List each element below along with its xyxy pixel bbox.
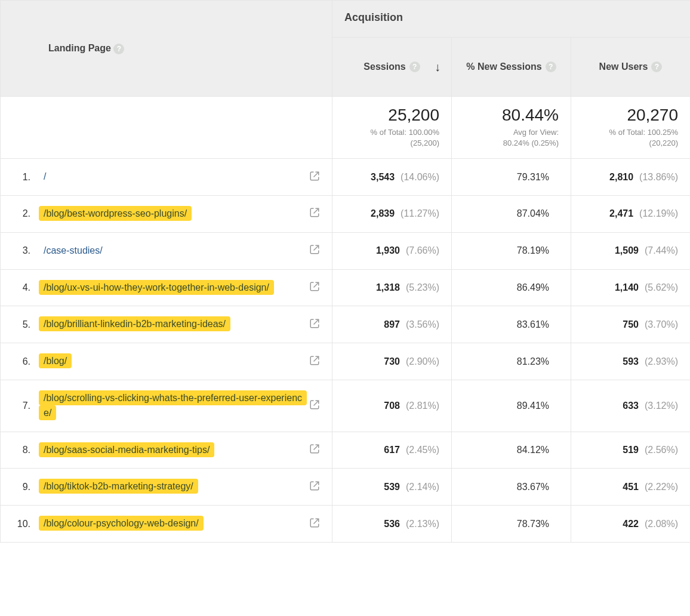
landing-page-link[interactable]: /blog/scrolling-vs-clicking-whats-the-pr… bbox=[39, 390, 307, 420]
summary-subtext: Avg for View: bbox=[464, 127, 559, 138]
table-row: 2./blog/best-wordpress-seo-plugins/2,839… bbox=[1, 195, 691, 232]
sort-descending-icon[interactable]: ↓ bbox=[435, 60, 441, 74]
metric-value: 730 bbox=[384, 356, 400, 366]
external-link-icon[interactable] bbox=[303, 443, 320, 457]
metric-value: 84.12% bbox=[517, 445, 549, 455]
external-link-icon[interactable] bbox=[303, 171, 320, 184]
external-link-icon[interactable] bbox=[303, 481, 320, 494]
landing-page-link[interactable]: /blog/saas-social-media-marketing-tips/ bbox=[39, 442, 214, 457]
help-icon[interactable]: ? bbox=[651, 61, 662, 72]
landing-page-link[interactable]: /blog/brilliant-linkedin-b2b-marketing-i… bbox=[39, 316, 230, 331]
landing-page-link[interactable]: /blog/ bbox=[39, 353, 72, 368]
cell-new-users: 1,509(7.44%) bbox=[571, 232, 691, 269]
cell-new-users: 1,140(5.62%) bbox=[571, 269, 691, 306]
metric-pct: (2.22%) bbox=[645, 482, 678, 492]
col-header-label: % New Sessions bbox=[466, 61, 541, 72]
row-number: 4. bbox=[13, 282, 39, 293]
cell-landing-page: 7./blog/scrolling-vs-clicking-whats-the-… bbox=[1, 380, 332, 432]
table-row: 5./blog/brilliant-linkedin-b2b-marketing… bbox=[1, 306, 691, 343]
landing-page-link[interactable]: / bbox=[39, 169, 51, 184]
external-link-icon[interactable] bbox=[303, 244, 320, 257]
table-row: 9./blog/tiktok-b2b-marketing-strategy/53… bbox=[1, 469, 691, 506]
row-number: 3. bbox=[13, 245, 39, 256]
col-header-new-sessions-pct[interactable]: % New Sessions ? bbox=[452, 38, 571, 97]
cell-new-sessions-pct: 83.67% bbox=[452, 469, 571, 506]
col-header-label: Sessions bbox=[364, 61, 405, 72]
metric-value: 83.61% bbox=[517, 319, 549, 329]
help-icon[interactable]: ? bbox=[546, 61, 556, 72]
cell-landing-page: 9./blog/tiktok-b2b-marketing-strategy/ bbox=[1, 469, 332, 506]
cell-sessions: 2,839(11.27%) bbox=[332, 195, 452, 232]
metric-value: 2,839 bbox=[371, 208, 395, 218]
cell-new-users: 451(2.22%) bbox=[571, 469, 691, 506]
metric-value: 750 bbox=[623, 319, 639, 329]
cell-new-users: 2,810(13.86%) bbox=[571, 159, 691, 196]
row-number: 2. bbox=[13, 208, 39, 219]
table-row: 8./blog/saas-social-media-marketing-tips… bbox=[1, 432, 691, 469]
metric-pct: (2.14%) bbox=[406, 482, 439, 492]
cell-landing-page: 1./ bbox=[1, 159, 332, 196]
metric-pct: (3.12%) bbox=[645, 401, 678, 411]
metric-pct: (13.86%) bbox=[639, 172, 678, 182]
metric-value: 897 bbox=[384, 319, 400, 329]
metric-value: 2,810 bbox=[609, 172, 633, 182]
metric-value: 89.41% bbox=[517, 401, 549, 411]
metric-value: 87.04% bbox=[517, 208, 549, 218]
cell-new-users: 422(2.08%) bbox=[571, 506, 691, 543]
external-link-icon[interactable] bbox=[303, 207, 320, 220]
metric-value: 83.67% bbox=[517, 482, 549, 492]
metric-value: 81.23% bbox=[517, 356, 549, 366]
summary-subtext: (20,220) bbox=[583, 138, 678, 149]
external-link-icon[interactable] bbox=[303, 518, 320, 531]
cell-sessions: 730(2.90%) bbox=[332, 343, 452, 380]
cell-landing-page: 6./blog/ bbox=[1, 343, 332, 380]
metric-pct: (5.62%) bbox=[645, 282, 678, 292]
table-row: 7./blog/scrolling-vs-clicking-whats-the-… bbox=[1, 380, 691, 432]
cell-landing-page: 8./blog/saas-social-media-marketing-tips… bbox=[1, 432, 332, 469]
metric-value: 708 bbox=[384, 401, 400, 411]
cell-new-users: 519(2.56%) bbox=[571, 432, 691, 469]
metric-pct: (3.56%) bbox=[406, 319, 439, 329]
metric-pct: (7.66%) bbox=[406, 245, 439, 255]
landing-page-link[interactable]: /case-studies/ bbox=[39, 243, 107, 258]
help-icon[interactable]: ? bbox=[409, 61, 420, 72]
metric-value: 1,509 bbox=[615, 245, 639, 255]
external-link-icon[interactable] bbox=[303, 281, 320, 294]
metric-value: 519 bbox=[623, 445, 639, 455]
metric-pct: (3.70%) bbox=[645, 319, 678, 329]
landing-page-link[interactable]: /blog/tiktok-b2b-marketing-strategy/ bbox=[39, 479, 198, 494]
external-link-icon[interactable] bbox=[303, 355, 320, 368]
metric-pct: (2.90%) bbox=[406, 356, 439, 366]
external-link-icon[interactable] bbox=[303, 399, 320, 412]
col-header-new-users[interactable]: New Users ? bbox=[571, 38, 691, 97]
summary-subtext: % of Total: 100.00% bbox=[344, 127, 439, 138]
metric-value: 78.73% bbox=[517, 519, 549, 529]
row-number: 7. bbox=[13, 401, 39, 411]
metric-pct: (2.56%) bbox=[645, 445, 678, 455]
metric-pct: (2.13%) bbox=[406, 519, 439, 529]
cell-sessions: 708(2.81%) bbox=[332, 380, 452, 432]
row-number: 8. bbox=[13, 445, 39, 455]
landing-pages-table: Landing Page ? Acquisition Sessions ? ↓ … bbox=[0, 0, 690, 543]
external-link-icon[interactable] bbox=[303, 318, 320, 331]
cell-sessions: 617(2.45%) bbox=[332, 432, 452, 469]
col-header-landing-page[interactable]: Landing Page ? bbox=[1, 1, 332, 97]
metric-value: 86.49% bbox=[517, 282, 549, 292]
row-number: 6. bbox=[13, 356, 39, 367]
help-icon[interactable]: ? bbox=[113, 44, 124, 54]
metric-value: 539 bbox=[384, 482, 400, 492]
cell-new-sessions-pct: 81.23% bbox=[452, 343, 571, 380]
landing-page-link[interactable]: /blog/colour-psychology-web-design/ bbox=[39, 516, 204, 531]
landing-page-link[interactable]: /blog/ux-vs-ui-how-they-work-together-in… bbox=[39, 280, 274, 295]
cell-sessions: 3,543(14.06%) bbox=[332, 159, 452, 196]
metric-value: 1,318 bbox=[376, 282, 400, 292]
metric-pct: (2.93%) bbox=[645, 356, 678, 366]
summary-value: 80.44% bbox=[464, 106, 559, 125]
col-header-sessions[interactable]: Sessions ? ↓ bbox=[332, 38, 452, 97]
summary-subtext: % of Total: 100.25% bbox=[583, 127, 678, 138]
cell-new-sessions-pct: 78.73% bbox=[452, 506, 571, 543]
cell-new-users: 750(3.70%) bbox=[571, 306, 691, 343]
metric-value: 2,471 bbox=[609, 208, 633, 218]
row-number: 1. bbox=[13, 172, 39, 183]
landing-page-link[interactable]: /blog/best-wordpress-seo-plugins/ bbox=[39, 206, 192, 221]
